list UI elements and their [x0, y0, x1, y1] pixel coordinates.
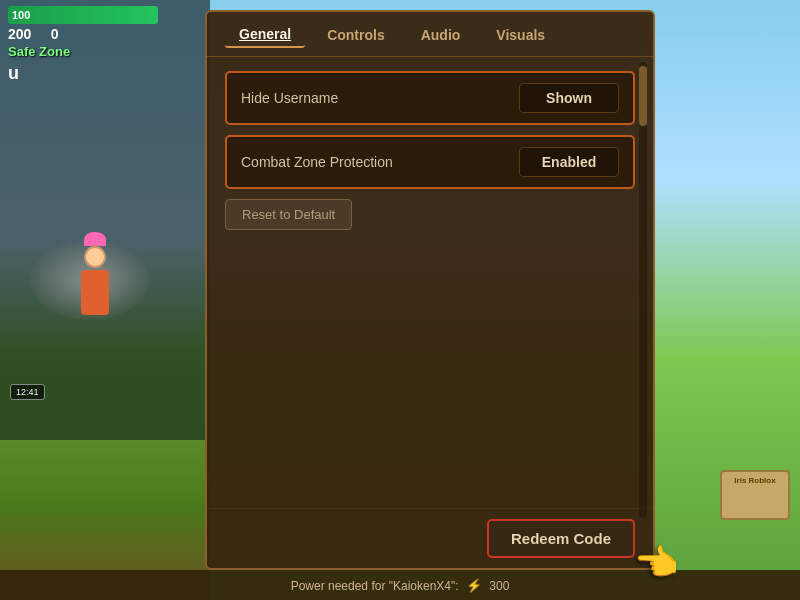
bottom-bar-text: Power needed for "KaiokenX4": ⚡ 300: [291, 578, 510, 593]
game-scene-right: Iris Roblox: [640, 0, 800, 600]
right-box: Iris Roblox: [720, 470, 790, 520]
character-figure: [70, 240, 120, 320]
panel-bottom: Redeem Code: [207, 508, 653, 568]
timer-box: 12:41: [10, 384, 45, 400]
combat-zone-toggle[interactable]: Enabled: [519, 147, 619, 177]
gem-icon: ⚡: [466, 578, 482, 593]
combat-zone-row: Combat Zone Protection Enabled: [225, 135, 635, 189]
figure-hair: [84, 232, 106, 246]
tab-audio[interactable]: Audio: [407, 22, 475, 48]
bottom-bar-amount: 300: [489, 579, 509, 593]
tab-controls[interactable]: Controls: [313, 22, 399, 48]
combat-zone-label: Combat Zone Protection: [241, 154, 393, 170]
hand-pointer-icon: 👉: [635, 542, 680, 584]
hide-username-label: Hide Username: [241, 90, 338, 106]
settings-panel: General Controls Audio Visuals Hide User…: [205, 10, 655, 570]
game-scene-left: 12:41: [0, 0, 210, 600]
tabs-row: General Controls Audio Visuals: [207, 12, 653, 57]
health-value: 100: [12, 6, 30, 24]
scrollbar-thumb[interactable]: [639, 66, 647, 126]
health-bar: 100: [8, 6, 158, 24]
menu-label: u: [8, 63, 202, 84]
tab-visuals[interactable]: Visuals: [482, 22, 559, 48]
bottom-bar-message: Power needed for "KaiokenX4":: [291, 579, 459, 593]
zone-label: Safe Zone: [8, 44, 202, 59]
hide-username-toggle[interactable]: Shown: [519, 83, 619, 113]
hide-username-row: Hide Username Shown: [225, 71, 635, 125]
hud-panel: 100 200 0 Safe Zone u: [0, 0, 210, 88]
settings-content: Hide Username Shown Combat Zone Protecti…: [207, 57, 653, 508]
scrollbar-track[interactable]: [639, 62, 647, 518]
reset-button[interactable]: Reset to Default: [225, 199, 352, 230]
stat1: 200: [8, 26, 31, 42]
tab-general[interactable]: General: [225, 22, 305, 48]
hud-numbers: 200 0: [8, 26, 202, 42]
right-box-label: Iris Roblox: [722, 472, 788, 485]
figure-body: [81, 270, 109, 315]
redeem-code-button[interactable]: Redeem Code: [487, 519, 635, 558]
bottom-bar: Power needed for "KaiokenX4": ⚡ 300: [0, 570, 800, 600]
figure-head: [84, 246, 106, 268]
stat2: 0: [51, 26, 59, 42]
